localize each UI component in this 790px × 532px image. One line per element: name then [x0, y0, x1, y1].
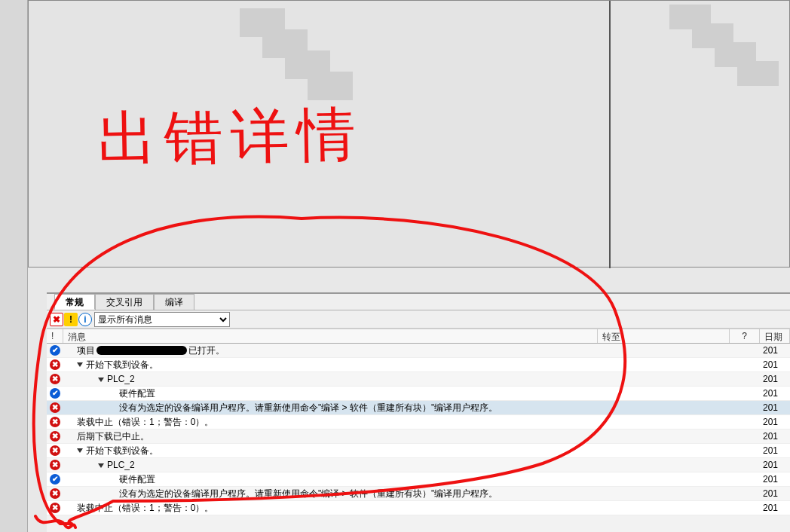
success-icon: ✔ — [50, 345, 60, 356]
date-cell: 201 — [760, 503, 790, 513]
date-cell: 201 — [760, 431, 790, 442]
date-cell: 201 — [760, 388, 790, 399]
message-cell: PLC_2 — [63, 460, 598, 470]
filter-info-icon[interactable]: i — [78, 313, 92, 326]
message-text: PLC_2 — [107, 460, 135, 470]
table-row[interactable]: ✖后期下载已中止。201 — [47, 430, 790, 444]
error-icon: ✖ — [50, 460, 60, 470]
redacted-text — [96, 346, 187, 355]
date-cell: 201 — [760, 445, 790, 456]
table-row[interactable]: ✖PLC_2201 — [47, 458, 790, 472]
header-date[interactable]: 日期 — [760, 329, 790, 343]
error-icon: ✖ — [50, 359, 60, 370]
date-cell: 201 — [760, 488, 790, 499]
output-panel: 常规 交叉引用 编译 ✖ ! i 显示所有消息 ! 消息 转至 ? 日期 ✔项目… — [47, 292, 790, 532]
message-cell: 开始下载到设备。 — [63, 445, 598, 457]
table-row[interactable]: ✖开始下载到设备。201 — [47, 444, 790, 458]
status-cell: ✔ — [47, 388, 63, 399]
date-cell: 201 — [760, 374, 790, 384]
date-cell: 201 — [760, 345, 790, 356]
date-cell: 201 — [760, 417, 790, 427]
message-text: PLC_2 — [107, 374, 135, 384]
grid-header: ! 消息 转至 ? 日期 — [47, 329, 790, 344]
table-row[interactable]: ✔硬件配置201 — [47, 472, 790, 487]
success-icon: ✔ — [50, 474, 60, 485]
message-text: 装载中止（错误：1；警告：0）。 — [77, 503, 213, 513]
message-text: 开始下载到设备。 — [86, 445, 158, 456]
date-cell: 201 — [760, 359, 790, 370]
output-toolbar: ✖ ! i 显示所有消息 — [47, 310, 790, 329]
status-cell: ✖ — [47, 402, 63, 413]
message-cell: 后期下载已中止。 — [63, 430, 598, 443]
success-icon: ✔ — [50, 388, 60, 399]
left-gutter — [0, 0, 28, 532]
table-row[interactable]: ✔项目已打开。201 — [47, 344, 790, 358]
header-message[interactable]: 消息 — [63, 329, 598, 343]
header-help[interactable]: ? — [730, 329, 760, 343]
output-tabs: 常规 交叉引用 编译 — [47, 294, 790, 310]
table-row[interactable]: ✖开始下载到设备。201 — [47, 358, 790, 372]
message-text: 项目 — [77, 345, 95, 356]
status-cell: ✖ — [47, 374, 63, 384]
message-cell: 装载中止（错误：1；警告：0）。 — [63, 416, 598, 429]
filter-warnings-icon[interactable]: ! — [64, 313, 78, 326]
tab-general[interactable]: 常规 — [54, 294, 95, 310]
message-filter-dropdown[interactable]: 显示所有消息 — [94, 312, 230, 327]
table-row[interactable]: ✖没有为选定的设备编译用户程序。请重新使用命令"编译 > 软件（重建所有块）"编… — [47, 401, 790, 415]
message-cell: 硬件配置 — [63, 473, 598, 486]
error-icon: ✖ — [50, 503, 60, 513]
message-cell: 没有为选定的设备编译用户程序。请重新使用命令"编译 > 软件（重建所有块）"编译… — [63, 402, 598, 414]
status-cell: ✔ — [47, 345, 63, 356]
message-text: 后期下载已中止。 — [77, 431, 149, 442]
status-cell: ✖ — [47, 503, 63, 513]
error-icon: ✖ — [50, 402, 60, 413]
grid-body: ✔项目已打开。201✖开始下载到设备。201✖PLC_2201✔硬件配置201✖… — [47, 344, 790, 515]
message-cell: 装载中止（错误：1；警告：0）。 — [63, 502, 598, 515]
table-row[interactable]: ✔硬件配置201 — [47, 387, 790, 401]
message-text: 硬件配置 — [119, 474, 155, 485]
date-cell: 201 — [760, 402, 790, 413]
status-cell: ✔ — [47, 474, 63, 485]
table-row[interactable]: ✖装载中止（错误：1；警告：0）。201 — [47, 415, 790, 430]
table-row[interactable]: ✖装载中止（错误：1；警告：0）。201 — [47, 501, 790, 515]
header-status[interactable]: ! — [47, 329, 63, 343]
error-icon: ✖ — [50, 431, 60, 442]
status-cell: ✖ — [47, 460, 63, 470]
error-icon: ✖ — [50, 417, 60, 427]
error-icon: ✖ — [50, 374, 60, 384]
message-text: 没有为选定的设备编译用户程序。请重新使用命令"编译 > 软件（重建所有块）"编译… — [119, 402, 498, 413]
expand-arrow-icon[interactable] — [77, 448, 83, 453]
message-text: 开始下载到设备。 — [86, 359, 158, 370]
message-cell: 硬件配置 — [63, 387, 598, 400]
tab-xref[interactable]: 交叉引用 — [95, 294, 154, 310]
status-cell: ✖ — [47, 445, 63, 456]
status-cell: ✖ — [47, 431, 63, 442]
status-cell: ✖ — [47, 488, 63, 499]
expand-arrow-icon[interactable] — [98, 378, 104, 382]
date-cell: 201 — [760, 474, 790, 485]
message-cell: 项目已打开。 — [63, 344, 598, 357]
error-icon: ✖ — [50, 445, 60, 456]
message-cell: 开始下载到设备。 — [63, 359, 598, 371]
expand-arrow-icon[interactable] — [77, 362, 83, 367]
message-text: 硬件配置 — [119, 388, 155, 399]
editor-canvas — [28, 0, 790, 268]
status-cell: ✖ — [47, 359, 63, 370]
error-icon: ✖ — [50, 488, 60, 499]
tab-compile[interactable]: 编译 — [154, 294, 194, 310]
header-goto[interactable]: 转至 — [598, 329, 730, 343]
message-text: 装载中止（错误：1；警告：0）。 — [77, 417, 213, 427]
expand-arrow-icon[interactable] — [98, 463, 104, 468]
messages-grid: ! 消息 转至 ? 日期 ✔项目已打开。201✖开始下载到设备。201✖PLC_… — [47, 329, 790, 515]
message-text: 没有为选定的设备编译用户程序。请重新使用命令"编译 > 软件（重建所有块）"编译… — [119, 488, 498, 499]
date-cell: 201 — [760, 460, 790, 470]
filter-errors-icon[interactable]: ✖ — [50, 313, 63, 326]
message-cell: PLC_2 — [63, 374, 598, 384]
message-cell: 没有为选定的设备编译用户程序。请重新使用命令"编译 > 软件（重建所有块）"编译… — [63, 488, 598, 500]
status-cell: ✖ — [47, 417, 63, 427]
table-row[interactable]: ✖PLC_2201 — [47, 372, 790, 387]
message-text: 已打开。 — [188, 345, 225, 356]
table-row[interactable]: ✖没有为选定的设备编译用户程序。请重新使用命令"编译 > 软件（重建所有块）"编… — [47, 487, 790, 501]
pane-divider[interactable] — [609, 1, 611, 268]
